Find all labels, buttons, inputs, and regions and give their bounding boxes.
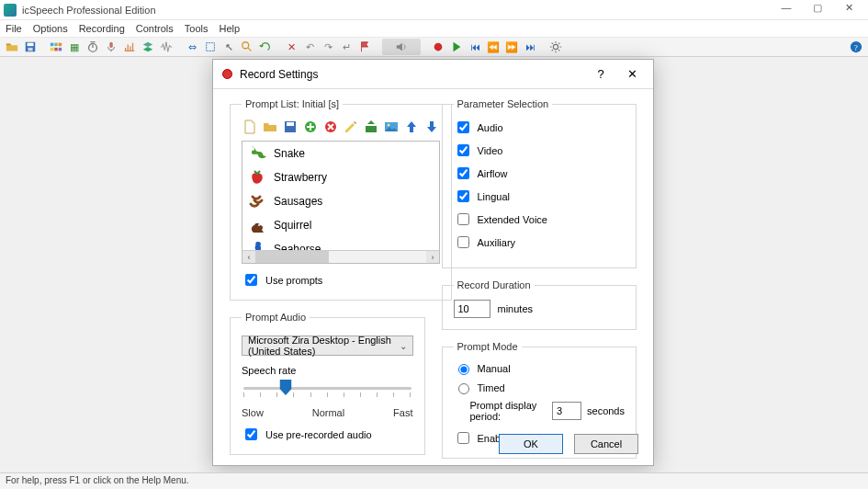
scroll-left-icon[interactable]: ‹ <box>242 251 255 263</box>
tb-waveform-icon[interactable] <box>158 39 175 55</box>
tb-record-icon[interactable] <box>430 39 446 55</box>
parameter-selection-group: Parameter Selection AudioVideoAirflowLin… <box>442 98 637 268</box>
move-down-icon[interactable] <box>423 119 440 135</box>
record-duration-group: Record Duration minutes <box>442 279 637 330</box>
mode-manual-radio[interactable]: Manual <box>454 361 626 375</box>
image-prompt-icon[interactable] <box>383 119 400 135</box>
list-horizontal-scrollbar[interactable]: ‹ › <box>242 250 439 263</box>
list-item[interactable]: Seahorse <box>242 237 439 250</box>
voice-select[interactable]: Microsoft Zira Desktop - English (United… <box>242 335 413 356</box>
list-item[interactable]: Squirrel <box>242 213 439 237</box>
tb-refresh-icon[interactable] <box>257 39 274 55</box>
tb-play-icon[interactable] <box>448 39 465 55</box>
svg-rect-7 <box>54 48 58 51</box>
svg-rect-2 <box>28 48 32 51</box>
param-video-checkbox[interactable]: Video <box>454 142 626 159</box>
tb-chart-icon[interactable] <box>121 39 138 55</box>
tb-mic-icon[interactable] <box>103 39 119 55</box>
menu-help[interactable]: Help <box>219 23 240 34</box>
speech-rate-slider[interactable] <box>243 381 411 405</box>
duration-unit: minutes <box>498 303 534 314</box>
app-icon <box>4 4 17 17</box>
svg-rect-18 <box>287 122 294 126</box>
new-prompt-icon[interactable] <box>242 119 258 135</box>
tb-grid-a-icon[interactable]: ▦ <box>66 39 83 55</box>
tb-layers-icon[interactable] <box>140 39 156 55</box>
add-prompt-icon[interactable] <box>302 119 319 135</box>
list-item-label: Strawberry <box>274 171 327 184</box>
tb-fit-width-icon[interactable]: ⇔ <box>184 39 200 55</box>
param-auxiliary-checkbox[interactable]: Auxiliary <box>454 233 626 251</box>
tb-skip-end-icon[interactable]: ⏭ <box>522 39 538 55</box>
open-prompt-icon[interactable] <box>262 119 278 135</box>
menu-recording[interactable]: Recording <box>79 23 125 34</box>
display-period-unit: seconds <box>587 405 625 416</box>
tb-settings-icon[interactable] <box>547 39 564 55</box>
list-item[interactable]: Sausages <box>242 189 439 213</box>
tb-cursor-icon[interactable]: ↖ <box>220 39 237 55</box>
svg-rect-6 <box>51 48 54 51</box>
svg-rect-11 <box>207 43 215 51</box>
svg-point-12 <box>242 42 249 49</box>
tb-crop-icon[interactable] <box>202 39 219 55</box>
param-audio-checkbox[interactable]: Audio <box>454 119 626 136</box>
tb-gallery-icon[interactable] <box>48 39 64 55</box>
duration-input[interactable] <box>454 300 490 318</box>
tb-volume-icon[interactable] <box>382 39 421 55</box>
prompt-list-toolbar <box>242 119 440 135</box>
prompt-mode-legend: Prompt Mode <box>454 341 522 352</box>
save-prompt-icon[interactable] <box>282 119 299 135</box>
use-prerecorded-label: Use pre-recorded audio <box>265 429 372 440</box>
cancel-button[interactable]: Cancel <box>574 434 638 454</box>
window-close-button[interactable]: ✕ <box>833 2 864 18</box>
rate-min-label: Slow <box>242 407 264 418</box>
menu-controls[interactable]: Controls <box>136 23 174 34</box>
tb-timer-icon[interactable] <box>85 39 101 55</box>
dialog-title: Record Settings <box>240 68 318 81</box>
tb-redo-icon[interactable]: ↷ <box>320 39 336 55</box>
use-prerecorded-checkbox[interactable]: Use pre-recorded audio <box>242 426 413 443</box>
window-title: icSpeech Professional Edition <box>22 5 156 16</box>
use-prompts-checkbox[interactable]: Use prompts <box>242 271 440 289</box>
scroll-right-icon[interactable]: › <box>426 251 439 263</box>
mode-manual-label: Manual <box>478 363 511 374</box>
tb-zoom-icon[interactable] <box>239 39 255 55</box>
window-minimize-button[interactable]: — <box>771 2 802 18</box>
param-extended-voice-checkbox[interactable]: Extended Voice <box>454 210 626 228</box>
dialog-help-button[interactable]: ? <box>589 67 613 81</box>
slider-thumb[interactable] <box>279 380 291 396</box>
ok-button[interactable]: OK <box>499 434 563 454</box>
svg-point-13 <box>434 43 443 51</box>
window-maximize-button[interactable]: ▢ <box>802 2 833 18</box>
voice-select-value: Microsoft Zira Desktop - English (United… <box>248 335 400 357</box>
tb-enter-icon[interactable]: ↵ <box>338 39 355 55</box>
delete-prompt-icon[interactable] <box>322 119 339 135</box>
svg-point-24 <box>258 224 260 226</box>
mode-timed-radio[interactable]: Timed <box>454 381 626 394</box>
tb-flag-icon[interactable] <box>356 39 373 55</box>
tb-save-icon[interactable] <box>22 39 39 55</box>
param-airflow-checkbox[interactable]: Airflow <box>454 165 626 182</box>
export-prompt-icon[interactable] <box>363 119 379 135</box>
document-area: Record Settings ? ✕ Prompt List: Initial… <box>0 57 868 472</box>
display-period-input[interactable] <box>552 402 581 420</box>
tb-skip-start-icon[interactable]: ⏮ <box>467 39 483 55</box>
tb-open-icon[interactable] <box>4 39 20 55</box>
tb-help-icon[interactable]: ? <box>848 39 864 55</box>
tb-cancel-icon[interactable]: ✕ <box>283 39 299 55</box>
param-lingual-checkbox[interactable]: Lingual <box>454 188 626 205</box>
dialog-close-button[interactable]: ✕ <box>620 67 644 81</box>
tb-rewind-icon[interactable]: ⏪ <box>485 39 502 55</box>
scroll-thumb[interactable] <box>255 251 329 263</box>
edit-prompt-icon[interactable] <box>343 119 359 135</box>
menu-tools[interactable]: Tools <box>185 23 209 34</box>
tb-undo-icon[interactable]: ↶ <box>301 39 318 55</box>
menu-options[interactable]: Options <box>33 23 68 34</box>
menu-file[interactable]: File <box>6 23 22 34</box>
list-item[interactable]: Snake <box>242 142 439 165</box>
list-item[interactable]: Strawberry <box>242 165 439 189</box>
svg-point-14 <box>553 44 558 49</box>
tb-forward-icon[interactable]: ⏩ <box>503 39 520 55</box>
prompt-listbox[interactable]: SnakeStrawberrySausagesSquirrelSeahorse … <box>242 141 440 264</box>
move-up-icon[interactable] <box>403 119 420 135</box>
